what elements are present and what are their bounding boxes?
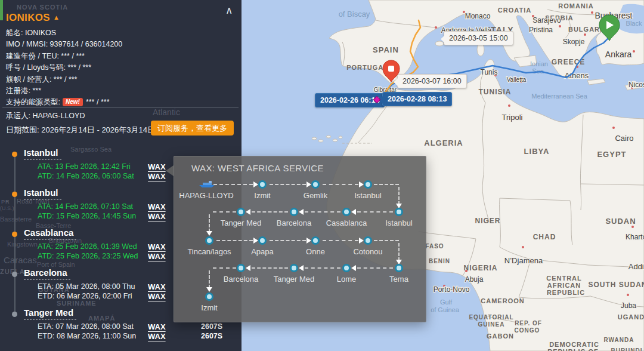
map-country-label: LIBYA xyxy=(524,147,550,156)
route-stop-label: Cotonou xyxy=(353,247,382,256)
port-call-time: ATD: 25 Feb 2026, 23:25 Wed xyxy=(38,252,138,260)
service-code-link[interactable]: WAX xyxy=(148,202,166,211)
service-code-link[interactable]: WAX xyxy=(148,242,166,251)
vessel-tracking-app: SPAINPORTUGALITALYCROATIASERBIABULGARIAR… xyxy=(0,0,644,351)
route-dash xyxy=(213,184,253,185)
map-city-label: Ankara xyxy=(605,50,632,59)
route-arrow-icon xyxy=(246,209,250,215)
map-water-label: Gulf xyxy=(440,298,453,306)
sort-up-icon: ▲ xyxy=(53,14,60,21)
route-dash xyxy=(270,240,306,241)
map-city-label: Monaco xyxy=(465,12,491,20)
route-arrow-icon xyxy=(351,209,356,215)
route-stop-node xyxy=(290,264,298,272)
route-dash xyxy=(398,243,400,261)
vessel-info-line: 船名: IONIKOS xyxy=(6,27,122,39)
service-code-link[interactable]: WAX xyxy=(148,332,166,341)
map-country-label: SPAIN xyxy=(373,45,399,54)
map-country-label: CROATIA xyxy=(498,7,531,14)
route-stop-label: Onne xyxy=(306,247,325,256)
route-arrow-icon xyxy=(299,265,304,271)
map-city-label: Skopje xyxy=(563,38,585,46)
route-stop-label: Tincan/lagos xyxy=(187,247,231,256)
popup-title: WAX: WEST AFRICA SERVICE xyxy=(191,163,324,173)
map-country-label: CHAD xyxy=(533,233,556,241)
route-stop-label: Izmit xyxy=(254,191,270,200)
city-dot xyxy=(508,104,510,107)
port-name[interactable]: Casablanca xyxy=(24,227,76,240)
vessel-info-line: 注册港: *** xyxy=(6,85,122,97)
route-arrow-icon xyxy=(299,209,304,215)
date-range-line: 日期范围: 2026年2月14日 - 2026年3月14日 xyxy=(6,125,155,136)
service-code-link[interactable]: WAX xyxy=(148,162,166,171)
route-stop-node xyxy=(342,264,351,272)
port-name[interactable]: Tanger Med xyxy=(24,307,76,320)
route-stop-node xyxy=(205,236,213,245)
route-dash xyxy=(216,240,253,241)
map-country-label: TUNISIA xyxy=(479,88,512,96)
map-country-label: CONGO xyxy=(515,327,540,334)
city-dot xyxy=(633,50,635,53)
service-code-link[interactable]: WAX xyxy=(148,172,166,181)
subscribe-button[interactable]: 订阅服务，查看更多 xyxy=(151,121,234,136)
route-arrow-icon xyxy=(246,265,250,271)
port-name[interactable]: Istanbul xyxy=(24,187,61,200)
route-stop-label: Casablanca xyxy=(326,218,367,227)
service-code-link[interactable]: WAX xyxy=(148,252,166,261)
map-city-label: Juba xyxy=(621,301,636,310)
service-code-link[interactable]: WAX xyxy=(148,282,166,291)
port-name[interactable]: Barcelona xyxy=(24,267,70,280)
city-dot xyxy=(584,33,586,36)
port-status-dot xyxy=(12,312,17,317)
carrier-label: HAPAG-LLOYD xyxy=(179,191,234,200)
origin-pin[interactable] xyxy=(597,14,621,45)
map-city-label: Pristina xyxy=(529,26,553,34)
map-city-label: Cairo xyxy=(615,134,633,143)
service-code-link[interactable]: WAX xyxy=(148,212,166,221)
map-country-label: FASO xyxy=(425,243,444,250)
route-dash xyxy=(213,211,236,213)
route-stop-node xyxy=(237,264,245,272)
service-code-link[interactable]: WAX xyxy=(148,322,166,331)
map-country-label: RWANDA xyxy=(604,337,634,343)
map-city-label: Tunis xyxy=(481,68,498,76)
vessel-info-line: 呼号 / Lloyds号码: *** / *** xyxy=(6,62,122,73)
map-country-label: EGYPT xyxy=(597,150,626,159)
map-country-label: GUINEA xyxy=(478,321,505,328)
route-dash xyxy=(323,184,358,185)
map-city-label: Khartou xyxy=(626,233,644,241)
collapse-panel-button[interactable]: ∧ xyxy=(222,4,236,17)
city-dot xyxy=(631,226,634,228)
port-call-time: ATA: 25 Feb 2026, 01:39 Wed xyxy=(38,242,137,251)
timestamp-text: 2026-02-28 08:13 xyxy=(388,95,447,103)
vessel-title[interactable]: IONIKOS▲ xyxy=(6,12,60,24)
route-stop-label: Istanbul xyxy=(354,191,382,200)
map-country-label: BENIN xyxy=(429,258,450,264)
port-call-time: ETD: 06 Mar 2026, 02:00 Fri xyxy=(38,292,132,300)
service-code-link[interactable]: WAX xyxy=(148,292,166,301)
map-country-label: EQUATORIAL xyxy=(469,314,513,321)
vessel-position[interactable] xyxy=(373,96,381,106)
port-call-row: ETA: 07 Mar 2026, 08:00 SatWAX2607S xyxy=(0,322,242,332)
route-stop-node xyxy=(395,264,403,272)
route-dash xyxy=(213,267,236,269)
city-dot xyxy=(591,11,593,14)
map-water-label: Ionian xyxy=(530,60,548,67)
service-route-popup: WAX: WEST AFRICA SERVICE HAPAG-LLOYDIzmi… xyxy=(174,156,426,322)
destination-pin[interactable] xyxy=(382,60,401,86)
route-stop-node xyxy=(205,292,213,301)
map-country-label: NIGERIA xyxy=(463,264,497,272)
timestamp-tooltip: 2026-03-07 16:00 xyxy=(397,74,467,88)
port-call-time: ETA: 05 Mar 2026, 08:00 Thu xyxy=(38,282,135,291)
map-city-label: Abuja xyxy=(465,275,484,284)
port-name[interactable]: Istanbul xyxy=(24,147,61,160)
route-dash xyxy=(209,214,210,232)
route-arrow-icon xyxy=(306,181,311,187)
route-stop-label: Apapa xyxy=(251,247,274,256)
energy-type-line: 支持的能源类型:New!*** / *** xyxy=(6,97,122,108)
city-dot xyxy=(559,25,561,27)
voyage-number: 2607S xyxy=(201,332,222,340)
map-water-label: of Guinea xyxy=(431,306,460,313)
port-call-time: ETA: 07 Mar 2026, 08:00 Sat xyxy=(38,322,134,331)
map-country-label: SOUTH SUDAN xyxy=(588,281,644,289)
